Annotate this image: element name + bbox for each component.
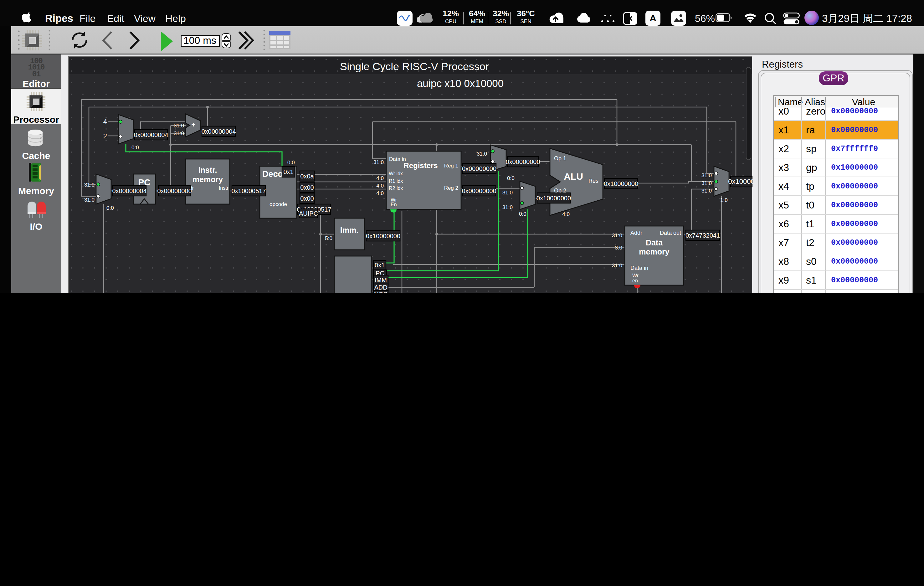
- svg-text:0x1: 0x1: [375, 261, 385, 268]
- svg-text:ALU: ALU: [564, 171, 583, 181]
- svg-text:0x74732041: 0x74732041: [685, 232, 720, 239]
- svg-text:AUIPC: AUIPC: [299, 210, 318, 216]
- svg-text:0x10000517: 0x10000517: [231, 187, 266, 194]
- svg-text:4:0: 4:0: [376, 183, 384, 188]
- svg-text:0x00000000: 0x00000000: [157, 187, 191, 194]
- svg-text:Op 1: Op 1: [554, 155, 566, 161]
- svg-text:NOP: NOP: [374, 291, 388, 293]
- svg-text:0:0: 0:0: [106, 205, 114, 211]
- svg-text:opcode: opcode: [269, 201, 287, 207]
- svg-text:0x00000000: 0x00000000: [462, 165, 497, 172]
- svg-text:0x00000000: 0x00000000: [505, 158, 540, 165]
- svg-text:IMM: IMM: [375, 276, 387, 283]
- svg-text:0x00000004: 0x00000004: [112, 187, 147, 194]
- svg-text:Reg 2: Reg 2: [444, 185, 458, 191]
- svg-text:0x10000: 0x10000: [728, 177, 752, 185]
- svg-text:Data: Data: [646, 238, 663, 247]
- svg-text:0x00000004: 0x00000004: [201, 128, 236, 135]
- svg-text:0x00: 0x00: [300, 184, 314, 191]
- svg-text:31:0: 31:0: [612, 262, 622, 268]
- svg-text:Instr: Instr: [219, 185, 229, 190]
- svg-text:0x1: 0x1: [283, 168, 293, 175]
- svg-text:31:0: 31:0: [701, 172, 712, 178]
- svg-text:31:0: 31:0: [373, 159, 384, 165]
- svg-text:Imm.: Imm.: [340, 225, 358, 234]
- svg-text:memory: memory: [639, 247, 669, 256]
- svg-text:0:0: 0:0: [132, 144, 139, 150]
- svg-text:4:0: 4:0: [376, 190, 384, 196]
- svg-text:2: 2: [103, 132, 107, 140]
- svg-text:R2 idx: R2 idx: [389, 185, 403, 191]
- svg-text:0:0: 0:0: [507, 175, 515, 181]
- svg-text:0x10000000: 0x10000000: [366, 232, 400, 239]
- svg-text:31:0: 31:0: [701, 188, 712, 193]
- svg-text:Wr: Wr: [632, 272, 639, 278]
- svg-text:5:0: 5:0: [325, 235, 332, 241]
- svg-text:31:0: 31:0: [174, 122, 184, 128]
- svg-text:Registers: Registers: [403, 161, 437, 169]
- svg-text:31:0: 31:0: [477, 150, 487, 157]
- svg-text:en: en: [632, 278, 638, 283]
- svg-text:0:0: 0:0: [519, 211, 526, 216]
- svg-text:31:0: 31:0: [84, 182, 94, 188]
- svg-text:0x10000000: 0x10000000: [604, 180, 638, 187]
- svg-text:31:0: 31:0: [502, 204, 513, 210]
- svg-text:memory: memory: [193, 175, 223, 183]
- svg-text:31:0: 31:0: [174, 130, 184, 136]
- svg-text:Res: Res: [589, 178, 599, 184]
- svg-text:Single Cycle RISC-V Processor: Single Cycle RISC-V Processor: [340, 60, 489, 72]
- svg-text:Data in: Data in: [630, 264, 648, 271]
- svg-text:0:0: 0:0: [287, 159, 295, 165]
- svg-text:0x00: 0x00: [300, 195, 314, 201]
- svg-text:0x00000004: 0x00000004: [134, 131, 168, 138]
- svg-text:Addr: Addr: [630, 229, 642, 236]
- svg-text:31:0: 31:0: [612, 232, 622, 238]
- svg-text:Data out: Data out: [660, 229, 681, 236]
- svg-text:3:0: 3:0: [615, 244, 622, 251]
- svg-text:auipc x10 0x10000: auipc x10 0x10000: [417, 77, 503, 89]
- svg-text:4:0: 4:0: [562, 211, 570, 217]
- svg-text:Reg 1: Reg 1: [444, 162, 458, 168]
- svg-text:1:0: 1:0: [720, 197, 728, 203]
- svg-text:En: En: [391, 201, 397, 207]
- svg-text:4:0: 4:0: [376, 175, 384, 181]
- svg-text:31:0: 31:0: [84, 196, 94, 203]
- svg-text:31:0: 31:0: [502, 190, 513, 195]
- svg-text:R1 idx: R1 idx: [389, 178, 403, 183]
- svg-text:+: +: [191, 121, 196, 128]
- svg-text:Instr.: Instr.: [198, 165, 217, 174]
- svg-text:Wr idx: Wr idx: [389, 171, 403, 176]
- svg-text:0x10000000: 0x10000000: [536, 195, 571, 201]
- svg-text:ADD: ADD: [374, 284, 387, 291]
- svg-text:31:0: 31:0: [701, 180, 712, 186]
- svg-text:0x00000000: 0x00000000: [462, 187, 496, 194]
- svg-text:4: 4: [103, 117, 107, 125]
- svg-text:0x0a: 0x0a: [300, 172, 314, 179]
